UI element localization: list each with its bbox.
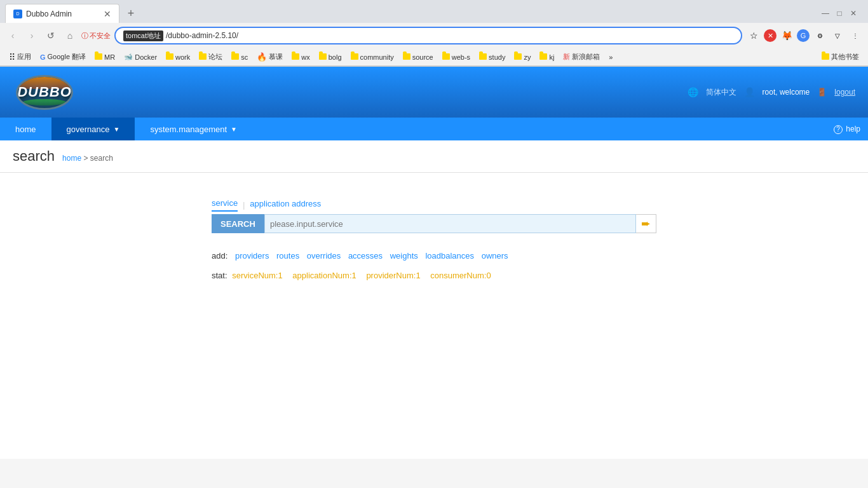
ext-icon-2[interactable]: 🦊 <box>779 28 794 43</box>
search-section: service | application address SEARCH ➨ a… <box>212 198 656 280</box>
dubbo-header: DUBBO 🌐 简体中文 👤 root, welcome 🚪 logout <box>0 67 868 118</box>
page-title: search <box>13 148 55 165</box>
ext-icon-4[interactable]: ⚙ <box>812 28 827 43</box>
folder-icon <box>351 53 358 61</box>
bookmark-label: 论坛 <box>208 52 222 62</box>
bookmark-sinamail[interactable]: 新 新浪邮箱 <box>559 51 604 63</box>
apps-icon: ⠿ <box>9 52 15 62</box>
star-icon[interactable]: ☆ <box>746 28 761 43</box>
new-tab-button[interactable]: + <box>122 4 140 22</box>
url-box[interactable]: tomcat地址 /dubbo-admin-2.5.10/ <box>114 27 742 44</box>
bookmark-label: web-s <box>452 53 470 61</box>
bookmark-label: wx <box>301 53 309 61</box>
active-tab[interactable]: D Dubbo Admin ✕ <box>5 4 119 23</box>
folder-icon <box>442 53 450 61</box>
forward-button[interactable]: › <box>24 28 39 43</box>
refresh-button[interactable]: ↺ <box>43 28 58 43</box>
dubbo-logo: DUBBO <box>13 73 76 111</box>
bookmark-kj[interactable]: kj <box>536 52 558 62</box>
google-icon: G <box>40 53 46 61</box>
add-overrides-link[interactable]: overrides <box>307 251 341 261</box>
bookmark-bolg[interactable]: bolg <box>315 52 346 62</box>
bookmark-mooc[interactable]: 🔥 慕课 <box>253 51 287 63</box>
tab-application-address[interactable]: application address <box>250 199 321 211</box>
nav-bar: home governance ▼ system.management ▼ ? … <box>0 118 868 140</box>
bookmark-label: community <box>360 53 394 61</box>
bookmark-docker[interactable]: 🐋 Docker <box>120 51 161 62</box>
logout-icon: 🚪 <box>817 88 827 97</box>
ext-icon-5[interactable]: ▽ <box>830 28 845 43</box>
bookmark-label: Google 翻译 <box>48 52 86 62</box>
ext-icon-6[interactable]: ⋮ <box>848 28 863 43</box>
nav-home-label: home <box>15 125 36 134</box>
bookmark-study[interactable]: study <box>475 52 509 62</box>
tab-close-button[interactable]: ✕ <box>104 9 111 19</box>
search-tabs: service | application address <box>212 198 656 212</box>
help-link[interactable]: ? help <box>834 125 860 133</box>
back-button[interactable]: ‹ <box>5 28 20 43</box>
logo-oval: DUBBO <box>16 75 73 110</box>
lang-icon: 🌐 <box>688 87 698 97</box>
url-path: /dubbo-admin-2.5.10/ <box>166 31 733 40</box>
bookmark-label: 慕课 <box>269 52 283 62</box>
bookmark-apps[interactable]: ⠿ 应用 <box>5 51 35 64</box>
add-owners-link[interactable]: owners <box>482 251 508 261</box>
logout-link[interactable]: logout <box>834 88 855 97</box>
add-accesses-link[interactable]: accesses <box>348 251 383 261</box>
ext-icon-3[interactable]: G <box>797 29 810 42</box>
bookmark-work[interactable]: work <box>162 52 194 62</box>
help-icon: ? <box>834 125 843 134</box>
url-highlight: tomcat地址 <box>123 30 163 41</box>
app-wrapper: DUBBO 🌐 简体中文 👤 root, welcome 🚪 logout ho… <box>0 67 868 488</box>
bookmark-wx[interactable]: wx <box>288 52 313 62</box>
stat-label: stat: <box>212 271 227 280</box>
security-icon: ⓘ <box>81 31 88 41</box>
bookmark-forum[interactable]: 论坛 <box>195 51 226 63</box>
bookmark-label: 新浪邮箱 <box>572 52 600 62</box>
folder-icon <box>403 53 410 61</box>
stat-application-num: applicationNum:1 <box>292 271 356 280</box>
stat-consumer-num: consumerNum:0 <box>430 271 491 280</box>
bookmark-sc[interactable]: sc <box>227 52 252 62</box>
add-weights-link[interactable]: weights <box>390 251 418 261</box>
ext-icon-1[interactable]: ✕ <box>764 29 776 42</box>
bookmark-community[interactable]: community <box>347 52 398 62</box>
mooc-icon: 🔥 <box>257 52 267 62</box>
search-button[interactable]: ➨ <box>636 214 656 233</box>
breadcrumb-sep: > <box>83 154 88 163</box>
search-label: SEARCH <box>212 214 264 233</box>
governance-dropdown-icon: ▼ <box>113 126 119 133</box>
bookmark-label: bolg <box>329 53 342 61</box>
add-providers-link[interactable]: providers <box>235 251 269 261</box>
nav-home[interactable]: home <box>0 118 51 140</box>
add-label: add: <box>212 251 227 261</box>
lang-link[interactable]: 简体中文 <box>706 87 736 98</box>
add-routes-link[interactable]: routes <box>276 251 299 261</box>
close-button[interactable]: ✕ <box>849 9 858 18</box>
tab-favicon: D <box>13 10 22 18</box>
nav-system[interactable]: system.management ▼ <box>135 118 252 140</box>
maximize-button[interactable]: □ <box>835 9 844 18</box>
nav-governance[interactable]: governance ▼ <box>51 118 135 140</box>
bookmark-more[interactable]: » <box>605 52 616 62</box>
bookmark-google-translate[interactable]: G Google 翻译 <box>36 51 90 63</box>
browser-chrome: D Dubbo Admin ✕ + — □ ✕ ‹ › ↺ ⌂ ⓘ 不安全 to… <box>0 0 868 67</box>
tab-service[interactable]: service <box>212 198 238 212</box>
add-loadbalances-link[interactable]: loadbalances <box>425 251 474 261</box>
search-input[interactable] <box>264 214 636 233</box>
system-dropdown-icon: ▼ <box>231 126 237 133</box>
bookmark-label: work <box>175 53 190 61</box>
bookmark-source[interactable]: source <box>399 52 437 62</box>
bookmark-zy[interactable]: zy <box>510 52 534 62</box>
search-box-row: SEARCH ➨ <box>212 214 656 233</box>
bookmark-mr[interactable]: MR <box>91 52 119 62</box>
minimize-button[interactable]: — <box>821 9 830 18</box>
breadcrumb-home-link[interactable]: home <box>62 154 81 163</box>
bookmark-label: 其他书签 <box>831 52 859 62</box>
home-button[interactable]: ⌂ <box>62 28 78 43</box>
bookmark-label: kj <box>549 53 554 61</box>
bookmark-other[interactable]: 其他书签 <box>818 51 863 63</box>
stat-provider-num: providerNum:1 <box>366 271 420 280</box>
folder-icon <box>231 53 239 61</box>
bookmark-web-s[interactable]: web-s <box>438 52 474 62</box>
